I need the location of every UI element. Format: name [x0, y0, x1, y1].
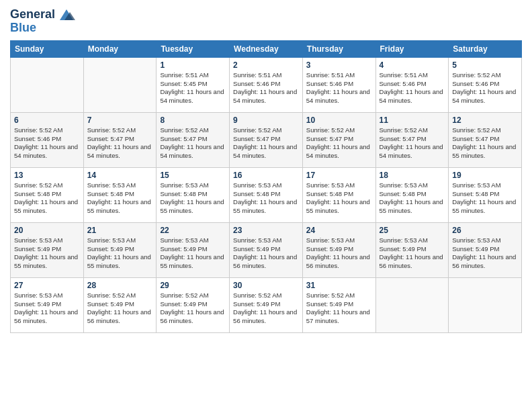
day-number: 9	[233, 116, 299, 125]
day-number: 17	[306, 171, 372, 180]
day-info: Sunrise: 5:53 AM Sunset: 5:48 PM Dayligh…	[452, 181, 518, 216]
day-number: 2	[233, 60, 299, 70]
calendar-cell: 16Sunrise: 5:53 AM Sunset: 5:48 PM Dayli…	[230, 167, 303, 222]
day-number: 3	[306, 60, 372, 70]
day-info: Sunrise: 5:53 AM Sunset: 5:49 PM Dayligh…	[14, 236, 80, 271]
calendar-cell: 28Sunrise: 5:52 AM Sunset: 5:49 PM Dayli…	[83, 277, 157, 332]
day-number: 24	[306, 226, 372, 235]
day-number: 4	[380, 60, 445, 70]
logo: General Blue	[10, 7, 77, 35]
day-number: 6	[14, 116, 80, 125]
calendar-cell: 27Sunrise: 5:53 AM Sunset: 5:49 PM Dayli…	[11, 277, 84, 332]
logo-text: General	[10, 8, 55, 21]
day-info: Sunrise: 5:53 AM Sunset: 5:49 PM Dayligh…	[233, 236, 299, 271]
day-info: Sunrise: 5:53 AM Sunset: 5:49 PM Dayligh…	[160, 236, 226, 271]
header: General Blue	[10, 7, 522, 35]
weekday-header: Thursday	[302, 40, 375, 57]
calendar-cell: 21Sunrise: 5:53 AM Sunset: 5:49 PM Dayli…	[83, 222, 157, 277]
calendar-cell: 18Sunrise: 5:53 AM Sunset: 5:48 PM Dayli…	[375, 167, 449, 222]
day-info: Sunrise: 5:53 AM Sunset: 5:48 PM Dayligh…	[233, 181, 299, 216]
calendar-cell: 10Sunrise: 5:52 AM Sunset: 5:47 PM Dayli…	[302, 112, 375, 167]
day-info: Sunrise: 5:52 AM Sunset: 5:49 PM Dayligh…	[87, 291, 153, 326]
day-info: Sunrise: 5:51 AM Sunset: 5:46 PM Dayligh…	[306, 71, 372, 105]
day-number: 29	[160, 281, 226, 290]
weekday-header: Wednesday	[230, 40, 303, 57]
calendar-cell: 12Sunrise: 5:52 AM Sunset: 5:47 PM Dayli…	[449, 112, 522, 167]
day-number: 25	[380, 226, 445, 235]
weekday-header: Sunday	[11, 40, 84, 57]
day-number: 1	[160, 60, 226, 70]
calendar-cell	[83, 57, 157, 112]
calendar-cell: 14Sunrise: 5:53 AM Sunset: 5:48 PM Dayli…	[83, 167, 157, 222]
day-number: 5	[452, 60, 518, 70]
day-info: Sunrise: 5:53 AM Sunset: 5:49 PM Dayligh…	[452, 236, 518, 271]
day-number: 27	[14, 281, 80, 290]
day-info: Sunrise: 5:52 AM Sunset: 5:46 PM Dayligh…	[14, 126, 80, 161]
calendar-cell	[11, 57, 84, 112]
calendar-cell: 29Sunrise: 5:52 AM Sunset: 5:49 PM Dayli…	[157, 277, 230, 332]
day-number: 12	[452, 116, 518, 125]
calendar-cell: 4Sunrise: 5:51 AM Sunset: 5:46 PM Daylig…	[375, 57, 449, 112]
day-info: Sunrise: 5:53 AM Sunset: 5:49 PM Dayligh…	[380, 236, 445, 271]
calendar-cell: 31Sunrise: 5:52 AM Sunset: 5:49 PM Dayli…	[302, 277, 375, 332]
calendar-cell: 1Sunrise: 5:51 AM Sunset: 5:45 PM Daylig…	[157, 57, 230, 112]
calendar-cell: 6Sunrise: 5:52 AM Sunset: 5:46 PM Daylig…	[11, 112, 84, 167]
day-info: Sunrise: 5:52 AM Sunset: 5:47 PM Dayligh…	[160, 126, 226, 161]
calendar-cell: 3Sunrise: 5:51 AM Sunset: 5:46 PM Daylig…	[302, 57, 375, 112]
day-number: 16	[233, 171, 299, 180]
weekday-header: Monday	[83, 40, 157, 57]
calendar-cell: 30Sunrise: 5:52 AM Sunset: 5:49 PM Dayli…	[230, 277, 303, 332]
calendar-cell: 17Sunrise: 5:53 AM Sunset: 5:48 PM Dayli…	[302, 167, 375, 222]
day-number: 31	[306, 281, 372, 290]
day-number: 14	[87, 171, 153, 180]
calendar-week-row: 1Sunrise: 5:51 AM Sunset: 5:45 PM Daylig…	[11, 57, 522, 112]
day-number: 18	[380, 171, 445, 180]
weekday-header: Tuesday	[157, 40, 230, 57]
calendar-cell: 15Sunrise: 5:53 AM Sunset: 5:48 PM Dayli…	[157, 167, 230, 222]
day-number: 8	[160, 116, 226, 125]
day-number: 28	[87, 281, 153, 290]
calendar-week-row: 27Sunrise: 5:53 AM Sunset: 5:49 PM Dayli…	[11, 277, 522, 332]
weekday-header: Friday	[375, 40, 449, 57]
day-number: 21	[87, 226, 153, 235]
day-info: Sunrise: 5:52 AM Sunset: 5:49 PM Dayligh…	[233, 291, 299, 326]
calendar-cell: 22Sunrise: 5:53 AM Sunset: 5:49 PM Dayli…	[157, 222, 230, 277]
day-info: Sunrise: 5:52 AM Sunset: 5:47 PM Dayligh…	[452, 126, 518, 161]
day-info: Sunrise: 5:52 AM Sunset: 5:47 PM Dayligh…	[306, 126, 372, 161]
calendar-cell: 24Sunrise: 5:53 AM Sunset: 5:49 PM Dayli…	[302, 222, 375, 277]
page: General Blue SundayMondayTuesdayWednesda…	[0, 0, 532, 411]
day-info: Sunrise: 5:52 AM Sunset: 5:49 PM Dayligh…	[160, 291, 226, 326]
calendar-table: SundayMondayTuesdayWednesdayThursdayFrid…	[10, 40, 522, 333]
day-info: Sunrise: 5:53 AM Sunset: 5:49 PM Dayligh…	[306, 236, 372, 271]
day-info: Sunrise: 5:51 AM Sunset: 5:46 PM Dayligh…	[233, 71, 299, 105]
day-number: 15	[160, 171, 226, 180]
day-info: Sunrise: 5:52 AM Sunset: 5:46 PM Dayligh…	[452, 71, 518, 105]
calendar-cell: 7Sunrise: 5:52 AM Sunset: 5:47 PM Daylig…	[83, 112, 157, 167]
calendar-cell: 11Sunrise: 5:52 AM Sunset: 5:47 PM Dayli…	[375, 112, 449, 167]
calendar-cell: 2Sunrise: 5:51 AM Sunset: 5:46 PM Daylig…	[230, 57, 303, 112]
calendar-cell	[449, 277, 522, 332]
day-number: 23	[233, 226, 299, 235]
calendar-cell: 13Sunrise: 5:52 AM Sunset: 5:48 PM Dayli…	[11, 167, 84, 222]
day-info: Sunrise: 5:53 AM Sunset: 5:48 PM Dayligh…	[306, 181, 372, 216]
day-info: Sunrise: 5:51 AM Sunset: 5:45 PM Dayligh…	[160, 71, 226, 105]
calendar-cell	[375, 277, 449, 332]
day-info: Sunrise: 5:53 AM Sunset: 5:49 PM Dayligh…	[14, 291, 80, 326]
calendar-cell: 9Sunrise: 5:52 AM Sunset: 5:47 PM Daylig…	[230, 112, 303, 167]
day-number: 11	[380, 116, 445, 125]
day-info: Sunrise: 5:52 AM Sunset: 5:47 PM Dayligh…	[233, 126, 299, 161]
weekday-header-row: SundayMondayTuesdayWednesdayThursdayFrid…	[11, 40, 522, 57]
day-number: 19	[452, 171, 518, 180]
day-info: Sunrise: 5:53 AM Sunset: 5:48 PM Dayligh…	[160, 181, 226, 216]
day-number: 10	[306, 116, 372, 125]
day-info: Sunrise: 5:52 AM Sunset: 5:48 PM Dayligh…	[14, 181, 80, 216]
day-number: 20	[14, 226, 80, 235]
day-info: Sunrise: 5:52 AM Sunset: 5:47 PM Dayligh…	[87, 126, 153, 161]
calendar-cell: 20Sunrise: 5:53 AM Sunset: 5:49 PM Dayli…	[11, 222, 84, 277]
day-info: Sunrise: 5:51 AM Sunset: 5:46 PM Dayligh…	[380, 71, 445, 105]
calendar-cell: 23Sunrise: 5:53 AM Sunset: 5:49 PM Dayli…	[230, 222, 303, 277]
calendar-cell: 19Sunrise: 5:53 AM Sunset: 5:48 PM Dayli…	[449, 167, 522, 222]
day-number: 7	[87, 116, 153, 125]
day-number: 22	[160, 226, 226, 235]
calendar-week-row: 20Sunrise: 5:53 AM Sunset: 5:49 PM Dayli…	[11, 222, 522, 277]
